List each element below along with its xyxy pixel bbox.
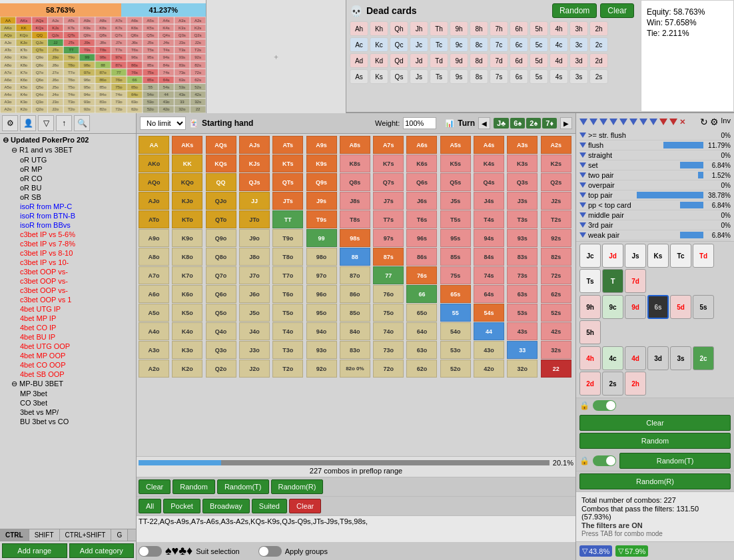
matrix-cell-K7s[interactable]: K7s — [373, 154, 404, 172]
card-3h[interactable]: 3h — [569, 21, 588, 36]
matrix-cell-64o[interactable]: 64o — [406, 322, 437, 340]
card-5d[interactable]: 5d — [530, 53, 548, 68]
card-Jh[interactable]: Jh — [410, 21, 428, 36]
lock-toggle-2[interactable] — [593, 455, 616, 466]
card-7h[interactable]: 7h — [490, 21, 508, 36]
matrix-cell-J9s[interactable]: J9s — [306, 192, 337, 210]
board-card-jc[interactable]: Jc — [579, 244, 601, 268]
pocket-button[interactable]: Pocket — [163, 499, 200, 513]
matrix-cell-QQ[interactable]: QQ — [206, 173, 236, 191]
filter-triangle-item-10[interactable] — [579, 232, 586, 238]
lock-toggle-1[interactable] — [593, 400, 616, 411]
matrix-cell-ATs[interactable]: ATs — [272, 136, 303, 154]
card-As[interactable]: As — [350, 69, 368, 84]
matrix-cell-87s[interactable]: 87s — [373, 248, 404, 266]
sidebar-item-orsb[interactable]: oR SB — [1, 192, 135, 202]
matrix-cell-JJ[interactable]: JJ — [239, 192, 270, 210]
matrix-cell-33[interactable]: 33 — [507, 341, 538, 359]
matrix-cell-52s[interactable]: 52s — [541, 304, 571, 322]
matrix-cell-J4s[interactable]: J4s — [474, 192, 504, 210]
turn-card-jc[interactable]: J♣ — [494, 118, 509, 129]
matrix-cell-A4s[interactable]: A4s — [474, 136, 504, 154]
board-card-ks[interactable]: Ks — [647, 244, 669, 268]
tab-ctrlshift[interactable]: CTRL+SHIFT — [60, 529, 112, 541]
apply-groups-toggle[interactable] — [258, 546, 282, 557]
matrix-cell-KK[interactable]: KK — [172, 154, 202, 172]
matrix-cell-A6s[interactable]: A6s — [406, 136, 437, 154]
sidebar-item-4betmpoop[interactable]: 4bet MP OOP — [1, 351, 135, 360]
matrix-cell-95o[interactable]: 95o — [306, 304, 337, 322]
matrix-cell-AJo[interactable]: AJo — [139, 192, 169, 210]
card-9s[interactable]: 9s — [450, 69, 468, 84]
matrix-cell-73o[interactable]: 73o — [373, 341, 404, 359]
filter-tri-8[interactable] — [649, 119, 657, 125]
card-2s[interactable]: 2s — [589, 69, 608, 84]
matrix-cell-T2o[interactable]: T2o — [272, 360, 303, 378]
matrix-cell-K5o[interactable]: K5o — [172, 304, 202, 322]
matrix-cell-Q9s[interactable]: Q9s — [306, 173, 337, 191]
matrix-cell-T5s[interactable]: T5s — [440, 210, 471, 228]
suited-button[interactable]: Suited — [252, 499, 287, 513]
matrix-cell-KQs[interactable]: KQs — [206, 154, 236, 172]
matrix-cell-42o[interactable]: 42o — [474, 360, 504, 378]
matrix-cell-J7s[interactable]: J7s — [373, 192, 404, 210]
matrix-cell-QJo[interactable]: QJo — [206, 192, 236, 210]
matrix-cell-K4o[interactable]: K4o — [172, 322, 202, 340]
matrix-cell-62s[interactable]: 62s — [541, 285, 571, 303]
board-card-5h[interactable]: 5h — [579, 320, 601, 344]
sidebar-item-mpbu3bet[interactable]: ⊖ MP-BU 3BET — [1, 379, 135, 389]
add-range-plus[interactable]: ＋ — [206, 0, 346, 113]
matrix-cell-86o[interactable]: 86o — [340, 285, 370, 303]
matrix-cell-J9o[interactable]: J9o — [239, 229, 270, 247]
random-btn-center[interactable]: Random — [173, 479, 215, 494]
turn-card-6s[interactable]: 6♠ — [510, 118, 525, 129]
matrix-cell-94s[interactable]: 94s — [474, 229, 504, 247]
matrix-cell-K8o[interactable]: K8o — [172, 248, 202, 266]
matrix-cell-53s[interactable]: 53s — [507, 304, 538, 322]
sidebar-item-ormp[interactable]: oR MP — [1, 164, 135, 174]
board-card-9c[interactable]: 9c — [602, 295, 623, 319]
clear-button-range[interactable]: Clear — [289, 499, 321, 513]
sidebar-item-c3bet56[interactable]: c3bet IP vs 5-6% — [1, 230, 135, 239]
matrix-cell-84s[interactable]: 84s — [474, 248, 504, 266]
sidebar-item-4betsboop[interactable]: 4bet SB OOP — [1, 370, 135, 379]
card-Ah[interactable]: Ah — [350, 21, 368, 36]
matrix-cell-Q5o[interactable]: Q5o — [206, 304, 236, 322]
matrix-cell-T6s[interactable]: T6s — [406, 210, 437, 228]
sidebar-item-isormp[interactable]: isoR from MP-C — [1, 202, 135, 211]
matrix-cell-QJs[interactable]: QJs — [239, 173, 270, 191]
filter-tri-7[interactable] — [639, 119, 647, 125]
card-2d[interactable]: 2d — [589, 53, 608, 68]
matrix-cell-T6o[interactable]: T6o — [272, 285, 303, 303]
card-9d[interactable]: 9d — [450, 53, 468, 68]
filter-triangle-item-7[interactable] — [579, 202, 586, 208]
matrix-cell-A9s[interactable]: A9s — [306, 136, 337, 154]
card-6s[interactable]: 6s — [510, 69, 528, 84]
matrix-cell-97o[interactable]: 97o — [306, 266, 337, 284]
filter-tri-10[interactable] — [669, 119, 677, 125]
card-9h[interactable]: 9h — [450, 21, 468, 36]
board-card-2h[interactable]: 2h — [625, 372, 646, 396]
matrix-cell-94o[interactable]: 94o — [306, 322, 337, 340]
matrix-cell-75o[interactable]: 75o — [373, 304, 404, 322]
matrix-cell-AQo[interactable]: AQo — [139, 173, 169, 191]
matrix-cell-Q3o[interactable]: Q3o — [206, 341, 236, 359]
card-5s[interactable]: 5s — [530, 69, 548, 84]
matrix-cell-JTo[interactable]: JTo — [239, 210, 270, 228]
matrix-cell-KJs[interactable]: KJs — [239, 154, 270, 172]
add-range-button[interactable]: Add range — [2, 543, 67, 558]
filter-tri-9[interactable] — [659, 119, 667, 125]
matrix-cell-22[interactable]: 22 — [541, 360, 571, 378]
filter-triangle-item-6[interactable] — [579, 192, 586, 198]
filter-triangle-item-1[interactable] — [579, 142, 586, 148]
randomt-btn[interactable]: Random(T) — [217, 479, 269, 494]
tab-g[interactable]: G — [111, 529, 128, 541]
matrix-cell-K3o[interactable]: K3o — [172, 341, 202, 359]
sidebar-item-c3betoop4[interactable]: c3bet OOP vs 1 — [1, 295, 135, 304]
sidebar-item-c3bet10[interactable]: c3bet IP vs 10- — [1, 258, 135, 267]
card-Qs[interactable]: Qs — [390, 69, 408, 84]
sidebar-item-c3betoop1[interactable]: c3bet OOP vs- — [1, 267, 135, 276]
randomt-btn-right[interactable]: Random(T) — [619, 453, 731, 469]
card-7s[interactable]: 7s — [490, 69, 508, 84]
matrix-cell-83s[interactable]: 83s — [507, 248, 538, 266]
